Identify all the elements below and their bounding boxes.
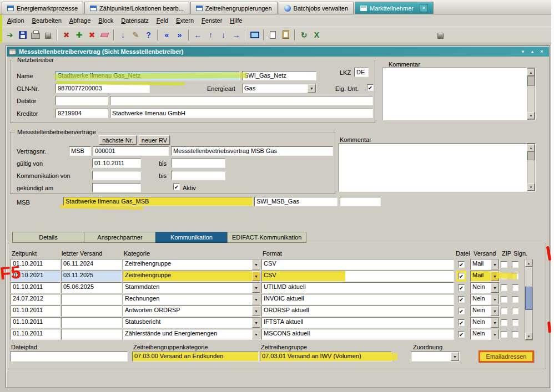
chevron-down-icon[interactable]: ▼ [491, 329, 499, 339]
sign-checkbox[interactable] [512, 308, 518, 314]
scroll-up-icon[interactable]: ▲ [525, 259, 532, 267]
tab-edifact-kommunikation[interactable]: EDIFACT-Kommunikation [227, 232, 306, 243]
monitor-icon[interactable] [248, 29, 261, 41]
zip-checkbox[interactable] [501, 273, 507, 279]
menu-item-feld[interactable]: Feld [153, 16, 172, 25]
chevron-down-icon[interactable]: ▼ [491, 259, 499, 269]
save-icon[interactable] [16, 29, 29, 41]
emailadressen-button[interactable]: Emailadressen [479, 350, 534, 363]
zip-checkbox[interactable] [501, 296, 507, 303]
mdi-tab-energiemarktprozesse[interactable]: Energiemarktprozesse [2, 2, 83, 14]
scrollbar[interactable]: ▲ ▼ [527, 144, 535, 191]
grid-cell-format[interactable]: CSV [261, 259, 454, 270]
prev-record-icon[interactable]: ← [192, 29, 204, 41]
chevron-down-icon[interactable]: ▼ [308, 84, 316, 93]
window-maximize-icon[interactable]: ▴ [528, 48, 536, 55]
commit-icon[interactable]: ↓ [117, 29, 129, 41]
clear-record-icon[interactable] [98, 29, 111, 41]
grid-cell-versand-dropdown[interactable]: Nein▼ [470, 306, 500, 317]
gueltig-von-input[interactable]: 01.10.2011 [92, 159, 141, 168]
zuordnung-dropdown[interactable]: ▼ [411, 352, 460, 362]
datei-checkbox[interactable]: ✔ [458, 319, 465, 326]
sign-checkbox[interactable] [512, 284, 518, 291]
down-record-icon[interactable]: ↓ [217, 29, 230, 41]
datei-checkbox[interactable]: ✔ [458, 261, 465, 268]
chevron-down-icon[interactable]: ▼ [252, 329, 260, 339]
delete-record-icon[interactable]: ✖ [85, 29, 98, 41]
window-close-icon[interactable]: × [538, 48, 546, 55]
grid-cell-zeitpunkt[interactable]: 01.10.2011 [11, 306, 61, 317]
document-icon[interactable] [266, 29, 279, 41]
msb-code-input[interactable]: SWI_MSB_Gas [254, 197, 338, 206]
grid-cell-format[interactable]: IFTSTA aktuell [261, 317, 454, 328]
grid-cell-versand-dropdown[interactable]: Nein▼ [470, 282, 500, 293]
grid-cell-zeitpunkt[interactable]: 24.07.2012 [11, 294, 61, 305]
mdi-tab-batchjobs-verwalten[interactable]: Batchjobs verwalten [279, 2, 354, 14]
grid-cell-letzter-versand[interactable]: 03.11.2025 [61, 271, 122, 282]
tab-kommunikation[interactable]: Kommunikation [155, 232, 227, 243]
sign-checkbox[interactable] [512, 296, 518, 303]
kommunikation-bis-input[interactable] [171, 171, 225, 180]
scroll-up-icon[interactable]: ▲ [527, 69, 535, 76]
first-record-icon[interactable]: « [160, 29, 173, 41]
msb-name-input[interactable]: Stadtwerke Ilmenau Gas_MSB [63, 197, 253, 206]
mdi-tab-zeitreihengruppierungen[interactable]: Zeitreihengruppierungen [190, 2, 278, 14]
scroll-down-icon[interactable]: ▼ [525, 333, 532, 340]
grid-cell-kategorie-dropdown[interactable]: Stammdaten▼ [123, 282, 261, 293]
zeitreihengruppe-input[interactable]: 07.03.01 Versand an IWV (Volumen) [260, 352, 392, 362]
grid-cell-versand-dropdown[interactable]: Mail▼ [470, 271, 500, 282]
netzbetreiber-kommentar-textarea[interactable]: ▲ ▼ [382, 68, 536, 120]
grid-cell-zeitpunkt[interactable]: 01.10.2011 [11, 317, 61, 328]
scroll-thumb[interactable] [527, 76, 535, 86]
sign-checkbox[interactable] [512, 261, 518, 268]
datei-checkbox[interactable]: ✔ [458, 284, 465, 291]
grid-cell-format[interactable]: INVOIC aktuell [261, 294, 454, 305]
aktiv-checkbox[interactable]: ✔ [173, 184, 180, 190]
menu-item-abfrage[interactable]: Abfrage [66, 16, 95, 25]
sign-checkbox[interactable] [512, 273, 518, 279]
netzbetreiber-name-input[interactable]: Stadtwerke Ilmenau Gas_Netz [56, 71, 240, 80]
zip-checkbox[interactable] [501, 308, 507, 314]
grid-cell-kategorie-dropdown[interactable]: Zählerstände und Energiemengen▼ [123, 329, 261, 340]
chevron-down-icon[interactable]: ▼ [491, 283, 499, 293]
chevron-down-icon[interactable]: ▼ [252, 271, 260, 281]
report-icon[interactable]: ▤ [42, 29, 54, 41]
zip-checkbox[interactable] [501, 261, 507, 268]
grid-cell-zeitpunkt[interactable]: 01.10.2011 [11, 329, 61, 340]
grid-cell-letzter-versand[interactable]: 05.06.2025 [61, 282, 122, 293]
scroll-down-icon[interactable]: ▼ [527, 184, 535, 191]
menu-item-block[interactable]: Block [94, 16, 117, 25]
chevron-down-icon[interactable]: ▼ [252, 306, 260, 316]
scrollbar[interactable]: ▲ ▼ [527, 68, 535, 120]
grid-cell-letzter-versand[interactable] [61, 329, 122, 340]
grid-cell-letzter-versand[interactable] [61, 317, 122, 328]
menu-item-aktion[interactable]: Aktion [3, 16, 28, 25]
chevron-down-icon[interactable]: ▼ [491, 306, 499, 316]
grid-scrollbar[interactable]: ▲ ▼ [525, 259, 533, 340]
grid-cell-kategorie-dropdown[interactable]: Antworten ORDRSP▼ [123, 306, 261, 317]
chevron-down-icon[interactable]: ▼ [491, 271, 499, 281]
msb-extra-input[interactable] [340, 197, 381, 206]
lkz-input[interactable]: DE [354, 68, 369, 77]
grid-cell-letzter-versand[interactable] [61, 306, 122, 317]
grid-cell-letzter-versand[interactable] [61, 294, 122, 305]
menu-item-datensatz[interactable]: Datensatz [117, 16, 153, 25]
zip-checkbox[interactable] [501, 331, 507, 338]
edit-icon[interactable]: ✎ [129, 29, 142, 41]
insert-record-icon[interactable]: ✚ [73, 29, 85, 41]
scroll-down-icon[interactable]: ▼ [527, 112, 535, 119]
eig-unt-checkbox[interactable]: ✔ [367, 84, 374, 91]
vertrags-art-input[interactable]: MSB [69, 146, 91, 156]
grid-cell-kategorie-dropdown[interactable]: Statusbericht▼ [123, 317, 261, 328]
grid-cell-format[interactable]: CSV [261, 271, 454, 282]
neuer-rv-button[interactable]: neuer RV [139, 135, 170, 145]
help-icon[interactable]: ? [142, 29, 155, 41]
kreditor-name-input[interactable]: Stadtwerke Ilmenau GmbH [110, 109, 373, 118]
grid-cell-format[interactable]: MSCONS aktuell [261, 329, 454, 340]
cancel-query-icon[interactable]: ✖ [60, 29, 73, 41]
grid-cell-format[interactable]: ORDRSP aktuell [261, 306, 454, 317]
exit-icon[interactable]: ➔ [3, 29, 16, 41]
print-icon[interactable] [29, 29, 42, 41]
vertrags-bezeichnung-input[interactable]: Messstellenbvetriebsvertrag MSB Gas [171, 146, 333, 156]
scroll-thumb[interactable] [527, 151, 535, 160]
